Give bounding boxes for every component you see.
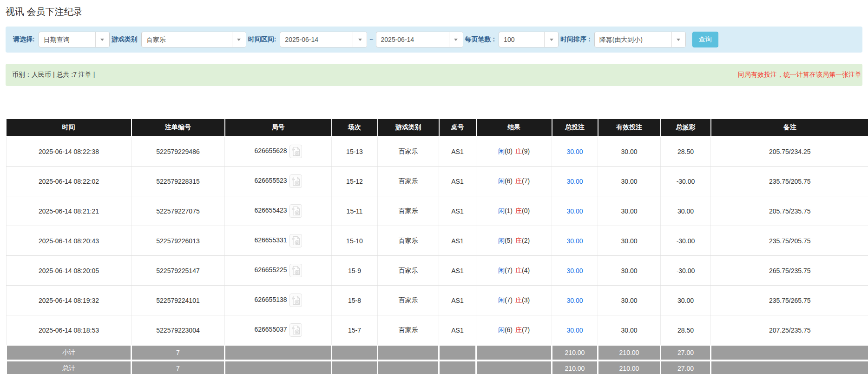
result-banker-score: (4) <box>522 267 530 274</box>
cell-remark: 235.75/205.75 <box>711 167 868 196</box>
cell-round: 626655523 <box>225 167 332 196</box>
page-size-select[interactable]: 100 <box>499 32 559 47</box>
video-replay-button[interactable] <box>289 174 302 188</box>
cell-time: 2025-06-14 08:20:05 <box>7 256 132 286</box>
result-player-label: 闲 <box>498 296 505 304</box>
total-bet-link[interactable]: 30.00 <box>566 207 583 215</box>
cell-table-id: AS1 <box>439 256 476 286</box>
summary-count: 7 <box>132 361 225 374</box>
result-banker-score: (2) <box>522 237 530 244</box>
filter-bar: 请选择: 日期查询 游戏类别 百家乐 时间区间: 2025-06-14 ~ 20… <box>6 27 862 53</box>
cell-valid-bet: 30.00 <box>598 196 661 226</box>
summary-label: 小计 <box>7 345 132 361</box>
round-number: 626655037 <box>254 326 287 333</box>
cell-result: 闲(7)庄(3) <box>476 286 552 315</box>
summary-row: 总计7210.00210.0027.00 <box>7 361 868 374</box>
result-player-score: (0) <box>505 147 513 155</box>
result-banker-label: 庄 <box>515 326 522 334</box>
cell-valid-bet: 30.00 <box>598 286 661 315</box>
total-bet-link[interactable]: 30.00 <box>566 267 583 274</box>
cell-valid-bet: 30.00 <box>598 256 661 286</box>
summary-empty <box>225 345 332 361</box>
table-row: 2025-06-14 08:20:05522579225147626655225… <box>7 256 868 286</box>
cell-payout: -30.00 <box>661 256 711 286</box>
cell-table-id: AS1 <box>439 226 476 256</box>
query-type-select[interactable]: 日期查询 <box>39 32 110 47</box>
result-player-label: 闲 <box>498 147 505 155</box>
cell-bet-id: 522579226013 <box>132 226 225 256</box>
cell-time: 2025-06-14 08:22:02 <box>7 167 132 196</box>
result-banker-label: 庄 <box>515 267 522 274</box>
column-header: 场次 <box>332 119 378 136</box>
table-header-row: 时间注单编号局号场次游戏类别桌号结果总投注有效投注总派彩备注 <box>7 119 868 136</box>
video-replay-button[interactable] <box>289 234 302 247</box>
cell-bet-id: 522579223004 <box>132 315 225 346</box>
chevron-down-icon[interactable] <box>449 32 463 47</box>
table-footer: 小计7210.00210.0027.00总计7210.00210.0027.00 <box>7 345 868 374</box>
round-number: 626655523 <box>254 177 287 184</box>
result-player-label: 闲 <box>498 267 505 274</box>
column-header: 时间 <box>7 119 132 136</box>
video-replay-button[interactable] <box>289 323 302 337</box>
chevron-down-icon[interactable] <box>671 32 685 47</box>
cell-session: 15-10 <box>332 226 378 256</box>
cell-total-bet: 30.00 <box>552 256 598 286</box>
video-replay-button[interactable] <box>289 264 302 277</box>
cell-result: 闲(0)庄(9) <box>476 136 552 167</box>
total-bet-link[interactable]: 30.00 <box>566 297 583 304</box>
result-banker-label: 庄 <box>515 177 522 185</box>
cell-valid-bet: 30.00 <box>598 167 661 196</box>
cell-payout: -30.00 <box>661 167 711 196</box>
chevron-down-icon[interactable] <box>353 32 367 47</box>
chevron-down-icon[interactable] <box>544 32 558 47</box>
game-type-label: 游戏类别 <box>112 35 138 44</box>
column-header: 游戏类别 <box>378 119 439 136</box>
cell-payout: 30.00 <box>661 196 711 226</box>
date-to-value: 2025-06-14 <box>376 32 449 47</box>
cell-payout: 28.50 <box>661 136 711 167</box>
summary-payout: 27.00 <box>661 345 711 361</box>
table-row: 2025-06-14 08:22:02522579228315626655523… <box>7 167 868 196</box>
total-bet-link[interactable]: 30.00 <box>566 327 583 334</box>
cell-session: 15-8 <box>332 286 378 315</box>
column-header: 局号 <box>225 119 332 136</box>
column-header: 备注 <box>711 119 868 136</box>
cell-round: 626655138 <box>225 286 332 315</box>
total-bet-link[interactable]: 30.00 <box>566 237 583 245</box>
summary-empty <box>332 361 378 374</box>
column-header: 注单编号 <box>132 119 225 136</box>
cell-game-type: 百家乐 <box>378 256 439 286</box>
table-body: 2025-06-14 08:22:38522579229486626655628… <box>7 136 868 345</box>
time-sort-value: 降冪(由大到小) <box>595 32 671 47</box>
result-player-label: 闲 <box>498 237 505 244</box>
chevron-down-icon[interactable] <box>232 32 246 47</box>
video-replay-button[interactable] <box>289 204 302 218</box>
cell-bet-id: 522579225147 <box>132 256 225 286</box>
summary-empty <box>225 361 332 374</box>
date-from-picker[interactable]: 2025-06-14 <box>280 32 367 47</box>
total-bet-link[interactable]: 30.00 <box>566 178 583 185</box>
game-type-select[interactable]: 百家乐 <box>141 32 246 47</box>
video-replay-icon <box>291 325 300 335</box>
video-replay-button[interactable] <box>289 145 302 158</box>
search-button[interactable]: 查询 <box>692 32 718 47</box>
cell-game-type: 百家乐 <box>378 226 439 256</box>
time-sort-select[interactable]: 降冪(由大到小) <box>594 32 686 47</box>
total-bet-link[interactable]: 30.00 <box>566 148 583 155</box>
cell-round: 626655628 <box>225 136 332 167</box>
cell-time: 2025-06-14 08:20:43 <box>7 226 132 256</box>
result-player-label: 闲 <box>498 326 505 334</box>
date-to-picker[interactable]: 2025-06-14 <box>376 32 463 47</box>
cell-game-type: 百家乐 <box>378 167 439 196</box>
cell-payout: 28.50 <box>661 315 711 346</box>
chevron-down-icon[interactable] <box>95 32 109 47</box>
video-replay-button[interactable] <box>289 294 302 307</box>
video-replay-icon <box>291 206 300 216</box>
date-range-separator: ~ <box>369 36 373 43</box>
cell-total-bet: 30.00 <box>552 315 598 346</box>
cell-session: 15-11 <box>332 196 378 226</box>
cell-result: 闲(6)庄(7) <box>476 167 552 196</box>
result-banker-score: (3) <box>522 296 530 304</box>
round-number: 626655331 <box>254 236 287 244</box>
result-player-score: (7) <box>505 296 513 304</box>
